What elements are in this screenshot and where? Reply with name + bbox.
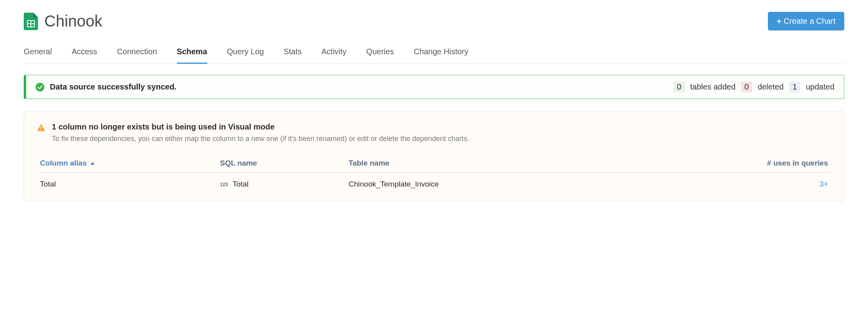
added-count-badge: 0 — [674, 82, 685, 92]
plus-icon: + — [777, 17, 781, 25]
datatype-numeric-icon: 123 — [220, 182, 228, 187]
warning-triangle-icon — [37, 124, 45, 131]
svg-point-3 — [36, 83, 44, 91]
updated-count-badge: 1 — [789, 82, 800, 92]
col-header-sql[interactable]: SQL name — [217, 154, 345, 173]
warning-header: 1 column no longer exists but is being u… — [37, 122, 831, 131]
sync-stats: 0 tables added 0 deleted 1 updated — [674, 82, 834, 92]
create-chart-label: Create a Chart — [784, 17, 836, 26]
tab-queries[interactable]: Queries — [366, 42, 394, 64]
cell-alias: Total — [37, 173, 217, 194]
tab-schema[interactable]: Schema — [177, 42, 207, 64]
added-label: tables added — [690, 82, 736, 91]
alert-left: Data source successfully synced. — [36, 82, 176, 91]
warning-subtitle: To fix these dependencies, you can eithe… — [52, 135, 831, 143]
svg-rect-5 — [41, 130, 42, 130]
col-header-table[interactable]: Table name — [345, 154, 632, 173]
page-title: Chinook — [44, 12, 102, 30]
sync-success-alert: Data source successfully synced. 0 table… — [24, 75, 844, 99]
cell-table-name: Chinook_Template_Invoice — [345, 173, 632, 194]
tab-activity[interactable]: Activity — [322, 42, 347, 64]
check-circle-icon — [36, 83, 44, 91]
col-header-alias-label: Column alias — [40, 159, 87, 167]
page-header: Chinook + Create a Chart — [24, 8, 844, 30]
col-header-uses[interactable]: # uses in queries — [632, 154, 831, 173]
tab-access[interactable]: Access — [72, 42, 97, 64]
sort-ascending-icon — [91, 162, 95, 165]
tab-general[interactable]: General — [24, 42, 52, 64]
warning-title: 1 column no longer exists but is being u… — [52, 122, 275, 131]
google-sheets-icon — [24, 13, 38, 30]
deleted-label: deleted — [758, 82, 784, 91]
col-header-alias[interactable]: Column alias — [37, 154, 217, 173]
tab-bar: General Access Connection Schema Query L… — [24, 42, 844, 64]
tab-change-history[interactable]: Change History — [414, 42, 468, 64]
header-left: Chinook — [24, 12, 102, 30]
tab-query-log[interactable]: Query Log — [227, 42, 264, 64]
svg-rect-4 — [41, 126, 42, 129]
create-chart-button[interactable]: + Create a Chart — [768, 12, 844, 30]
uses-link[interactable]: 3+ — [819, 180, 828, 188]
sync-message: Data source successfully synced. — [50, 82, 176, 91]
tab-stats[interactable]: Stats — [284, 42, 302, 64]
tab-connection[interactable]: Connection — [117, 42, 157, 64]
deleted-count-badge: 0 — [741, 82, 752, 92]
table-row: Total 123Total Chinook_Template_Invoice … — [37, 173, 831, 194]
table-header-row: Column alias SQL name Table name # uses … — [37, 154, 831, 173]
missing-columns-table: Column alias SQL name Table name # uses … — [37, 154, 831, 193]
cell-sql-name: Total — [233, 180, 248, 188]
cell-sql: 123Total — [217, 173, 345, 194]
missing-column-warning-panel: 1 column no longer exists but is being u… — [24, 111, 844, 202]
updated-label: updated — [806, 82, 834, 91]
